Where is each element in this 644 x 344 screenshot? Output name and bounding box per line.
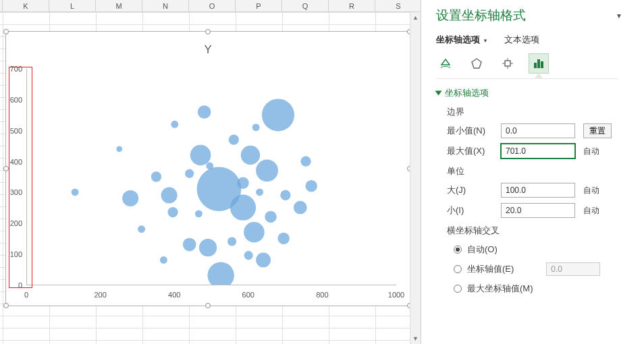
min-label: 最小值(N) bbox=[447, 125, 493, 137]
resize-handle[interactable] bbox=[3, 303, 9, 308]
fill-line-icon[interactable] bbox=[436, 54, 455, 73]
plot-area[interactable] bbox=[26, 69, 396, 285]
radio-icon bbox=[454, 246, 462, 254]
svg-point-47 bbox=[294, 201, 307, 214]
svg-point-33 bbox=[227, 237, 236, 246]
min-input[interactable] bbox=[501, 123, 575, 138]
svg-point-32 bbox=[229, 134, 239, 144]
axis-options-icon[interactable] bbox=[529, 54, 548, 73]
size-properties-icon[interactable] bbox=[498, 54, 517, 73]
svg-point-27 bbox=[198, 105, 211, 119]
svg-point-34 bbox=[230, 195, 256, 221]
resize-handle[interactable] bbox=[3, 29, 9, 34]
radio-icon bbox=[454, 285, 462, 293]
col-header[interactable]: M bbox=[96, 0, 142, 11]
col-header[interactable]: K bbox=[3, 0, 49, 11]
x-tick-label: 200 bbox=[94, 291, 106, 299]
svg-marker-50 bbox=[472, 59, 481, 68]
tab-text-options[interactable]: 文本选项 bbox=[504, 34, 539, 46]
svg-point-20 bbox=[161, 187, 178, 203]
svg-point-16 bbox=[122, 190, 138, 206]
tab-axis-options[interactable]: 坐标轴选项▼ bbox=[436, 34, 488, 46]
minor-unit-label: 小(I) bbox=[447, 204, 493, 217]
column-header-row: K L M N O P Q R S bbox=[0, 0, 421, 12]
svg-point-48 bbox=[300, 156, 311, 166]
x-axis-labels[interactable]: 02004006008001000 bbox=[26, 291, 396, 300]
axis-selection-rect bbox=[9, 67, 32, 288]
auto-label: 自动 bbox=[583, 146, 599, 157]
col-header[interactable]: S bbox=[375, 0, 422, 11]
col-header[interactable]: R bbox=[329, 0, 375, 11]
svg-point-44 bbox=[262, 99, 294, 132]
svg-point-19 bbox=[160, 256, 167, 264]
worksheet-area[interactable]: K L M N O P Q R S Y bbox=[0, 0, 421, 344]
svg-rect-57 bbox=[537, 59, 540, 68]
svg-point-39 bbox=[252, 123, 260, 131]
x-tick-label: 0 bbox=[24, 291, 28, 299]
svg-point-40 bbox=[256, 188, 263, 196]
svg-point-25 bbox=[195, 210, 203, 217]
x-tick-label: 400 bbox=[168, 291, 180, 299]
vertical-scrollbar[interactable]: ▲ ▼ bbox=[410, 12, 421, 344]
svg-point-26 bbox=[190, 145, 211, 166]
svg-rect-51 bbox=[505, 61, 510, 66]
col-header[interactable]: P bbox=[236, 0, 282, 11]
svg-rect-58 bbox=[541, 61, 543, 68]
max-input[interactable] bbox=[501, 144, 575, 159]
svg-point-42 bbox=[256, 252, 271, 267]
x-tick-label: 1000 bbox=[388, 291, 404, 299]
cross-header: 横坐标轴交叉 bbox=[447, 225, 644, 237]
group-axis-options[interactable]: 坐标轴选项 bbox=[436, 87, 644, 99]
reset-button[interactable]: 重置 bbox=[583, 123, 612, 138]
svg-point-49 bbox=[305, 180, 317, 192]
chart-object[interactable]: Y 0100200300400500600700 020040060080010… bbox=[5, 31, 410, 306]
pane-menu-icon[interactable]: ▼ bbox=[613, 9, 625, 22]
scroll-up-icon[interactable]: ▲ bbox=[410, 12, 421, 23]
auto-label: 自动 bbox=[583, 205, 599, 217]
svg-point-36 bbox=[244, 251, 253, 260]
pane-title: 设置坐标轴格式 ▼ bbox=[436, 7, 644, 24]
svg-point-28 bbox=[199, 239, 217, 256]
effects-icon[interactable] bbox=[467, 54, 486, 73]
minor-unit-input[interactable] bbox=[501, 203, 575, 218]
scroll-down-icon[interactable]: ▼ bbox=[410, 333, 421, 344]
svg-point-21 bbox=[167, 207, 178, 217]
cross-auto-radio[interactable]: 自动(O) bbox=[454, 243, 644, 256]
major-unit-input[interactable] bbox=[501, 183, 575, 198]
scroll-track[interactable] bbox=[410, 23, 421, 333]
col-header[interactable]: O bbox=[189, 0, 236, 11]
format-axis-pane: 设置坐标轴格式 ▼ 坐标轴选项▼ 文本选项 坐标轴选项 边界 bbox=[421, 0, 644, 344]
svg-point-18 bbox=[151, 171, 161, 181]
svg-point-22 bbox=[171, 121, 178, 128]
svg-point-17 bbox=[138, 225, 145, 233]
bounds-header: 边界 bbox=[447, 106, 644, 118]
cross-value-radio[interactable]: 坐标轴值(E) bbox=[454, 262, 644, 276]
svg-point-24 bbox=[185, 169, 194, 178]
auto-label: 自动 bbox=[583, 185, 599, 196]
pane-title-text: 设置坐标轴格式 bbox=[436, 7, 526, 24]
chart-title[interactable]: Y bbox=[6, 44, 410, 56]
svg-point-46 bbox=[280, 190, 290, 200]
svg-rect-56 bbox=[534, 63, 537, 68]
svg-point-35 bbox=[237, 177, 249, 189]
resize-handle[interactable] bbox=[205, 29, 211, 34]
svg-point-41 bbox=[256, 159, 278, 181]
cross-value-input[interactable] bbox=[546, 262, 600, 276]
chevron-down-icon: ▼ bbox=[483, 38, 488, 44]
radio-icon bbox=[454, 265, 462, 273]
svg-point-38 bbox=[244, 222, 265, 243]
major-unit-label: 大(J) bbox=[447, 184, 493, 196]
svg-point-23 bbox=[183, 238, 196, 252]
svg-point-15 bbox=[116, 146, 122, 152]
cross-max-radio[interactable]: 最大坐标轴值(M) bbox=[454, 283, 644, 295]
col-header[interactable]: L bbox=[49, 0, 96, 11]
resize-handle[interactable] bbox=[205, 303, 211, 308]
max-label: 最大值(X) bbox=[447, 145, 493, 157]
svg-point-14 bbox=[72, 188, 79, 196]
expand-icon bbox=[435, 91, 442, 96]
units-header: 单位 bbox=[447, 165, 644, 177]
col-header[interactable]: N bbox=[142, 0, 189, 11]
svg-point-37 bbox=[241, 146, 260, 165]
col-header[interactable]: Q bbox=[282, 0, 329, 11]
x-tick-label: 800 bbox=[316, 291, 328, 299]
